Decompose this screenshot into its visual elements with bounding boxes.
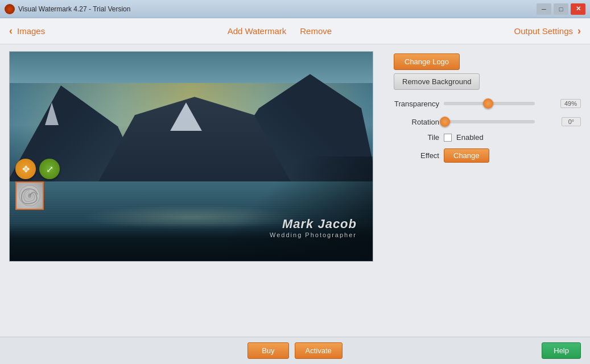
resize-icon: ⤢ <box>46 164 53 175</box>
back-arrow-icon: ‹ <box>9 25 13 37</box>
rotation-label: Rotation <box>394 118 439 126</box>
tile-label: Tile <box>394 133 439 142</box>
rotation-slider-track[interactable] <box>444 120 535 123</box>
resize-button[interactable]: ⤢ <box>39 159 60 179</box>
activate-button[interactable]: Activate <box>295 342 343 359</box>
transparency-label: Transparency <box>394 100 439 108</box>
logo-thumbnail[interactable] <box>15 181 44 210</box>
change-logo-button[interactable]: Change Logo <box>394 53 460 70</box>
transparency-row: Transparency 49% <box>394 99 581 108</box>
images-nav-link[interactable]: Images <box>17 26 45 36</box>
remove-nav-link[interactable]: Remove <box>300 26 332 36</box>
logo-spiral-icon <box>18 184 41 207</box>
add-watermark-nav-link[interactable]: Add Watermark <box>228 26 287 36</box>
watermark-firstname: Mark <box>282 217 313 231</box>
bottom-center-buttons: Buy Activate <box>247 342 343 359</box>
close-button[interactable]: ✕ <box>571 3 585 15</box>
move-icon: ✥ <box>22 164 30 175</box>
app-icon <box>5 4 15 14</box>
watermark-overlay: Mark Jacob Wedding Photographer <box>270 217 357 238</box>
tile-enabled-label: Enabled <box>456 133 484 142</box>
image-area: Mark Jacob Wedding Photographer ✥ ⤢ <box>9 51 385 330</box>
rotation-slider-container <box>444 120 557 123</box>
tile-row: Tile Enabled <box>394 133 581 142</box>
tile-checkbox[interactable] <box>444 134 452 142</box>
svg-point-1 <box>28 193 31 198</box>
transparency-slider-container <box>444 102 556 105</box>
remove-background-button[interactable]: Remove Background <box>394 73 480 90</box>
logo-thumb-inner <box>16 183 43 209</box>
watermark-name: Mark Jacob <box>270 217 357 231</box>
output-settings-nav-link[interactable]: Output Settings <box>514 26 573 36</box>
buy-button[interactable]: Buy <box>247 342 288 359</box>
transparency-slider-fill <box>444 102 488 105</box>
bottom-right-spacer: Help <box>343 342 581 359</box>
move-button[interactable]: ✥ <box>15 159 36 179</box>
rotation-row: Rotation 0° <box>394 117 581 126</box>
nav-bar: ‹ Images Add Watermark Remove Output Set… <box>0 18 590 44</box>
window-controls: ─ □ ✕ <box>537 3 585 15</box>
watermark-lastname: Jacob <box>317 217 357 231</box>
bottom-bar: Buy Activate Help <box>0 337 590 364</box>
nav-left: ‹ Images <box>9 25 45 37</box>
overlay-top-controls: ✥ ⤢ <box>15 159 60 179</box>
nav-right: Output Settings › <box>514 25 581 37</box>
rotation-slider-thumb[interactable] <box>440 117 450 127</box>
effect-row: Effect Change <box>394 148 581 163</box>
title-bar-left: Visual Watermark 4.27 - Trial Version <box>5 4 130 14</box>
help-button[interactable]: Help <box>542 342 581 359</box>
transparency-slider-thumb[interactable] <box>483 98 493 109</box>
title-bar: Visual Watermark 4.27 - Trial Version ─ … <box>0 0 590 18</box>
nav-center: Add Watermark Remove <box>228 26 332 36</box>
watermark-subtitle: Wedding Photographer <box>270 231 357 238</box>
image-container: Mark Jacob Wedding Photographer ✥ ⤢ <box>9 51 373 262</box>
forward-arrow-icon: › <box>577 25 581 37</box>
change-effect-button[interactable]: Change <box>444 148 489 163</box>
app-title: Visual Watermark 4.27 - Trial Version <box>18 5 130 13</box>
rotation-value: 0° <box>562 117 581 126</box>
maximize-button[interactable]: □ <box>554 3 568 15</box>
effect-label: Effect <box>394 151 439 160</box>
minimize-button[interactable]: ─ <box>537 3 551 15</box>
main-content: Mark Jacob Wedding Photographer ✥ ⤢ <box>0 44 590 337</box>
logo-buttons: Change Logo Remove Background <box>394 53 581 90</box>
overlay-controls: ✥ ⤢ <box>15 159 60 210</box>
transparency-slider-track[interactable] <box>444 102 535 105</box>
transparency-value: 49% <box>560 99 581 108</box>
right-panel: Change Logo Remove Background Transparen… <box>394 51 581 330</box>
dark-right <box>228 156 373 261</box>
